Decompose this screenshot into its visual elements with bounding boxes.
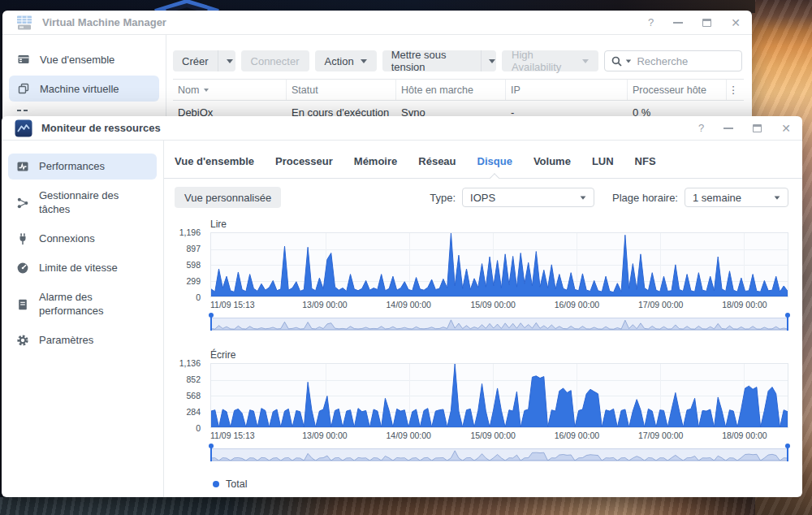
tab-lun[interactable]: LUN bbox=[592, 155, 614, 178]
sidebar-item-label: Limite de vitesse bbox=[39, 262, 118, 275]
search-icon bbox=[611, 56, 622, 67]
tab-processeur[interactable]: Processeur bbox=[275, 155, 333, 178]
y-tick-label: 1,196 bbox=[179, 227, 201, 237]
y-tick-label: 299 bbox=[186, 276, 201, 286]
vmm-close-button[interactable]: ✕ bbox=[731, 17, 741, 28]
vmm-toolbar: Créer Connecter Action Mettre sous tensi… bbox=[173, 50, 744, 71]
vmm-sidebar-item-cutoff[interactable] bbox=[9, 108, 159, 113]
y-tick-label: 598 bbox=[186, 260, 201, 270]
vmm-sidebar-item-label: Vue d'ensemble bbox=[40, 54, 114, 66]
sidebar-item-task-manager[interactable]: Gestionnaire des tâches bbox=[8, 183, 157, 223]
chart-legend: Total bbox=[213, 478, 802, 490]
vmm-sidebar-item-overview[interactable]: Vue d'ensemble bbox=[9, 46, 159, 72]
y-tick-label: 897 bbox=[186, 244, 201, 253]
search-filter-caret-icon[interactable] bbox=[626, 59, 631, 63]
column-header-nom[interactable]: Nom bbox=[173, 80, 287, 100]
y-tick-label: 0 bbox=[196, 292, 201, 302]
x-tick-label: 17/09 00:00 bbox=[638, 431, 683, 440]
power-on-dropdown-caret-icon[interactable] bbox=[481, 50, 496, 71]
action-button[interactable]: Action bbox=[315, 50, 377, 71]
read-chart-brush[interactable] bbox=[210, 318, 788, 331]
sort-caret-icon bbox=[204, 89, 209, 92]
x-tick-label: 11/09 15:13 bbox=[210, 300, 255, 309]
rm-app-icon bbox=[15, 119, 32, 137]
column-header-cpu[interactable]: Processeur hôte bbox=[628, 80, 727, 100]
sidebar-item-connections[interactable]: Connexions bbox=[8, 226, 157, 252]
tab-nfs[interactable]: NFS bbox=[635, 155, 656, 178]
action-dropdown-caret-icon bbox=[361, 59, 367, 63]
type-select[interactable]: IOPS bbox=[462, 188, 594, 207]
column-header-ip[interactable]: IP bbox=[506, 80, 628, 100]
y-tick-label: 284 bbox=[186, 407, 201, 417]
create-button[interactable]: Créer bbox=[173, 50, 235, 71]
power-on-button[interactable]: Mettre sous tension bbox=[382, 50, 496, 71]
y-axis-labels: 1,1368525682840 bbox=[164, 363, 205, 428]
y-axis-labels: 1,1968975982990 bbox=[164, 232, 205, 297]
vmm-help-button[interactable]: ? bbox=[648, 17, 654, 28]
vmm-sidebar-item-label: Machine virtuelle bbox=[40, 83, 119, 95]
y-tick-label: 852 bbox=[186, 374, 201, 384]
brush-handle-left[interactable] bbox=[210, 444, 212, 461]
connect-button[interactable]: Connecter bbox=[241, 50, 309, 71]
legend-dot-icon bbox=[213, 481, 219, 487]
vmm-maximize-button[interactable] bbox=[702, 19, 711, 27]
vm-table-header: Nom Statut Hôte en marche IP Processeur … bbox=[173, 79, 744, 101]
gear-icon bbox=[16, 334, 29, 347]
x-axis-labels: 11/09 15:1313/09 00:0014/09 00:0015/09 0… bbox=[210, 431, 788, 441]
search-input[interactable]: Recherche bbox=[604, 50, 742, 71]
column-menu-icon[interactable]: ⋮ bbox=[727, 80, 740, 100]
legend-label: Total bbox=[226, 478, 247, 490]
range-select-caret-icon bbox=[775, 196, 780, 199]
x-axis-labels: 11/09 15:1313/09 00:0014/09 00:0015/09 0… bbox=[210, 300, 788, 310]
speedometer-icon bbox=[16, 262, 29, 275]
sidebar-item-label: Gestionnaire des tâches bbox=[39, 189, 135, 216]
search-placeholder: Recherche bbox=[637, 55, 688, 67]
column-header-hote[interactable]: Hôte en marche bbox=[396, 80, 506, 100]
rm-window-title: Moniteur de ressources bbox=[41, 122, 161, 134]
tab-reseau[interactable]: Réseau bbox=[418, 155, 456, 178]
resource-monitor-window: Moniteur de ressources ? ✕ Performances bbox=[2, 116, 802, 497]
sidebar-item-performances[interactable]: Performances bbox=[8, 154, 157, 180]
time-range-label: Plage horaire: bbox=[612, 192, 678, 204]
time-range-select[interactable]: 1 semaine bbox=[685, 188, 788, 207]
chart-title-read: Lire bbox=[210, 219, 802, 230]
brush-handle-right[interactable] bbox=[787, 444, 788, 461]
tab-volume[interactable]: Volume bbox=[533, 155, 571, 178]
create-dropdown-caret-icon[interactable] bbox=[218, 50, 235, 71]
x-tick-label: 13/09 00:00 bbox=[302, 431, 347, 440]
y-tick-label: 1,136 bbox=[179, 358, 201, 368]
rm-titlebar[interactable]: Moniteur de ressources ? ✕ bbox=[2, 116, 802, 141]
wallpaper-chevron-logo bbox=[150, 0, 223, 11]
tab-disque[interactable]: Disque bbox=[477, 155, 512, 178]
vmm-app-icon bbox=[15, 15, 33, 31]
performance-chart-icon bbox=[16, 160, 29, 173]
type-label: Type: bbox=[430, 192, 456, 204]
sidebar-item-performance-alarm[interactable]: Alarme des performances bbox=[8, 284, 157, 324]
brush-handle-right[interactable] bbox=[787, 314, 788, 331]
sidebar-item-settings[interactable]: Paramètres bbox=[8, 327, 157, 353]
brush-handle-left[interactable] bbox=[210, 314, 212, 331]
x-tick-label: 15/09 00:00 bbox=[470, 431, 515, 440]
plug-icon bbox=[16, 232, 29, 245]
high-availability-button[interactable]: High Availability bbox=[502, 50, 598, 71]
vmm-sidebar-item-virtual-machine[interactable]: Machine virtuelle bbox=[9, 76, 159, 102]
x-tick-label: 11/09 15:13 bbox=[210, 431, 255, 440]
column-header-statut[interactable]: Statut bbox=[287, 80, 396, 100]
custom-view-button[interactable]: Vue personnalisée bbox=[175, 187, 281, 208]
vmm-minimize-button[interactable] bbox=[673, 22, 683, 24]
rm-help-button[interactable]: ? bbox=[698, 123, 704, 133]
wallpaper-bottom-strip bbox=[0, 497, 755, 515]
vmm-window-title: Virtual Machine Manager bbox=[42, 16, 166, 28]
sidebar-item-speed-limit[interactable]: Limite de vitesse bbox=[8, 255, 157, 281]
tab-memoire[interactable]: Mémoire bbox=[354, 155, 397, 178]
rm-maximize-button[interactable] bbox=[753, 124, 762, 132]
write-chart-brush[interactable] bbox=[210, 448, 788, 461]
x-tick-label: 14/09 00:00 bbox=[386, 431, 430, 440]
rm-minimize-button[interactable] bbox=[723, 128, 733, 129]
virtual-machine-icon bbox=[17, 82, 30, 95]
tab-vue-densemble[interactable]: Vue d'ensemble bbox=[175, 155, 254, 178]
vmm-titlebar[interactable]: Virtual Machine Manager ? ✕ bbox=[2, 11, 752, 35]
x-tick-label: 16/09 00:00 bbox=[555, 431, 599, 440]
rm-close-button[interactable]: ✕ bbox=[781, 123, 791, 134]
x-tick-label: 17/09 00:00 bbox=[638, 300, 683, 309]
